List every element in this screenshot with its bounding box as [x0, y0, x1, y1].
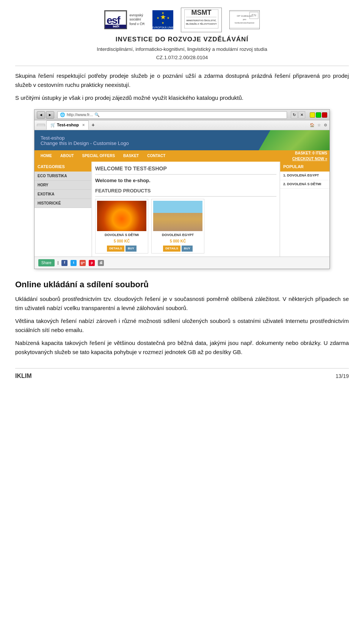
category-hory[interactable]: HORY	[35, 181, 91, 190]
home-icon[interactable]: 🏠	[310, 122, 314, 128]
header-decoration	[231, 130, 329, 150]
address-bar[interactable]: 🌐 http://www.fr... 🔍	[57, 111, 287, 119]
product-image-flower	[97, 201, 146, 231]
page-header: esf fond v ČR evropský sociální fond v Č…	[15, 8, 349, 66]
esf-logo: esf fond v ČR evropský sociální fond v Č…	[104, 10, 144, 29]
paragraph-1: Skupina řešení respektující potřeby prod…	[15, 71, 349, 90]
nav-about[interactable]: ABOUT	[56, 151, 78, 160]
product-price-1: 5 000 KČ	[97, 238, 146, 244]
footer-brand: IKLIM	[15, 372, 32, 381]
shop-right-sidebar: POPULAR 1. DOVOLENÁ EGYPT 2. DOVOLENÁ S …	[280, 162, 329, 257]
shop-logo-area: Test-eshop Change this in Design - Custo…	[41, 135, 129, 146]
print-icon[interactable]: 🖨	[98, 260, 104, 266]
buy-button-2[interactable]: BUY	[182, 246, 193, 252]
refresh-btn[interactable]: ↻	[291, 111, 298, 118]
shop-main-area: WELCOME TO TEST-ESHOP Welcome to the e-s…	[92, 162, 279, 257]
googleplus-icon[interactable]: g+	[80, 260, 86, 266]
back-button[interactable]: ◄	[37, 111, 45, 119]
facebook-icon[interactable]: f	[61, 260, 67, 266]
tab-inactive[interactable]	[37, 124, 45, 126]
share-divider: |	[58, 260, 59, 266]
product-price-2: 5 000 KČ	[153, 238, 202, 244]
paragraph-2: S určitými ústupky je však i pro prodej …	[15, 93, 349, 102]
shop-left-sidebar: CATEGORIES ECO TURISTIKA HORY EXOTIKA HI…	[35, 162, 91, 257]
nav-home[interactable]: HOME	[37, 151, 56, 160]
logos-row: esf fond v ČR evropský sociální fond v Č…	[104, 8, 259, 32]
nav-contact[interactable]: CONTACT	[143, 151, 169, 160]
subtitle-line1: Interdisciplinární, informaticko-kogniti…	[97, 46, 267, 53]
settings-icon[interactable]: ⚙	[324, 122, 327, 128]
svg-text:konkurenceschopnost: konkurenceschopnost	[235, 22, 254, 24]
stop-btn[interactable]: ✕	[298, 111, 305, 118]
details-button-1[interactable]: DETAILS	[107, 246, 124, 252]
star-icon[interactable]: ☆	[317, 122, 321, 128]
popular-item-1[interactable]: 1. DOVOLENÁ EGYPT	[280, 172, 329, 180]
share-button[interactable]: Share	[38, 259, 55, 266]
browser-controls: ↻ ✕	[291, 111, 305, 118]
product-name-2: DOVOLENÁ EGYPT	[153, 233, 202, 238]
welcome-text: Welcome to the e-shop.	[95, 177, 276, 184]
shop-header: Test-eshop Change this in Design - Custo…	[35, 130, 329, 150]
svg-text:EN: EN	[251, 13, 256, 17]
op-logo: OP Vzdělávání pro konkurenceschopnost EN	[229, 10, 260, 29]
online-paragraph-2: Většina takových řešení nabízí zároveň i…	[15, 316, 349, 335]
online-paragraph-3: Nabízená kapacita takových řešení je vět…	[15, 339, 349, 357]
new-tab-btn[interactable]: +	[91, 121, 94, 129]
category-historicke[interactable]: HISTORICKÉ	[35, 199, 91, 208]
svg-text:★: ★	[162, 11, 164, 15]
investice-title: INVESTICE DO ROZVOJE VZDĚLÁVÁNÍ	[116, 35, 248, 44]
browser-titlebar: ◄ ► 🌐 http://www.fr... 🔍 ↻ ✕	[35, 110, 329, 120]
buy-button-1[interactable]: BUY	[126, 246, 136, 252]
share-bar: Share | f t g+ p 🖨	[35, 257, 329, 269]
online-section-heading: Online ukládání a sdílení souborů	[15, 278, 349, 291]
svg-text:EVROPSKÁ UNIE: EVROPSKÁ UNIE	[152, 26, 173, 29]
category-exotika[interactable]: EXOTIKA	[35, 190, 91, 199]
page-footer: IKLIM 13/19	[15, 368, 349, 381]
svg-text:MLÁDEŽE A TĚLOVÝCHOVY: MLÁDEŽE A TĚLOVÝCHOVY	[186, 22, 217, 25]
svg-text:★: ★	[162, 21, 164, 25]
window-controls	[310, 112, 327, 118]
forward-button[interactable]: ►	[46, 111, 54, 119]
browser-nav-btns: ◄ ►	[37, 111, 54, 119]
featured-title: FEATURED PRODUCTS	[95, 187, 276, 197]
product-image-desert	[153, 201, 202, 231]
browser-toolbar: 🛒 Test-eshop × + 🏠 ☆ ⚙	[35, 120, 329, 130]
shop-nav: HOME ABOUT SPECIAL OFFERS BASKET CONTACT…	[35, 150, 329, 162]
svg-text:MINISTERSTVO ŠKOLSTVÍ,: MINISTERSTVO ŠKOLSTVÍ,	[186, 19, 216, 22]
nav-basket[interactable]: BASKET	[119, 151, 143, 160]
favicon: 🌐	[60, 112, 65, 118]
esf-logo-box: esf fond v ČR	[104, 10, 127, 29]
pinterest-icon[interactable]: p	[89, 260, 95, 266]
svg-text:★: ★	[166, 16, 169, 20]
subtitle-line2: CZ.1.07/2.2.00/28.0104	[156, 54, 208, 61]
nav-special-offers[interactable]: SPECIAL OFFERS	[78, 151, 119, 160]
shop-content: Test-eshop Change this in Design - Custo…	[35, 130, 329, 269]
eu-logo: ★ ★ ★ ★ ★ EVROPSKÁ UNIE	[152, 10, 173, 29]
svg-text:esf: esf	[107, 14, 121, 26]
tab-close-icon[interactable]: ×	[82, 123, 85, 127]
close-btn[interactable]	[322, 112, 327, 118]
shop-logo: Test-eshop Change this in Design - Custo…	[41, 135, 129, 146]
svg-text:★: ★	[156, 16, 159, 20]
product-dovolena-s-detmi: DOVOLENÁ S DĚTMI 5 000 KČ DETAILS BUY	[95, 199, 148, 254]
browser-window: ◄ ► 🌐 http://www.fr... 🔍 ↻ ✕ 🛒 Test-esho…	[34, 109, 330, 269]
maximize-btn[interactable]	[316, 112, 321, 118]
tab-active[interactable]: 🛒 Test-eshop ×	[46, 120, 89, 130]
popular-item-2[interactable]: 2. DOVOLENÁ S DĚTMI	[280, 180, 329, 189]
products-list: DOVOLENÁ S DĚTMI 5 000 KČ DETAILS BUY DO…	[95, 199, 276, 254]
tab-favicon: 🛒	[50, 123, 56, 127]
twitter-icon[interactable]: t	[71, 260, 77, 266]
product-dovolena-egypt: DOVOLENÁ EGYPT 5 000 KČ DETAILS BUY	[151, 199, 204, 254]
category-eco-turistika[interactable]: ECO TURISTIKA	[35, 172, 91, 181]
footer-page-number: 13/19	[336, 372, 349, 380]
esf-text: evropský sociální fond v ČR	[129, 13, 144, 27]
svg-text:pro: pro	[243, 18, 246, 20]
basket-info: BASKET: 0 ITEMS CHECKOUT NOW »	[292, 150, 327, 162]
details-button-2[interactable]: DETAILS	[163, 246, 180, 252]
popular-header: POPULAR	[280, 162, 329, 172]
product-name-1: DOVOLENÁ S DĚTMI	[97, 233, 146, 238]
categories-header: CATEGORIES	[35, 162, 91, 172]
product-buttons-2: DETAILS BUY	[153, 246, 202, 252]
shop-body: CATEGORIES ECO TURISTIKA HORY EXOTIKA HI…	[35, 162, 329, 257]
minimize-btn[interactable]	[310, 112, 315, 118]
